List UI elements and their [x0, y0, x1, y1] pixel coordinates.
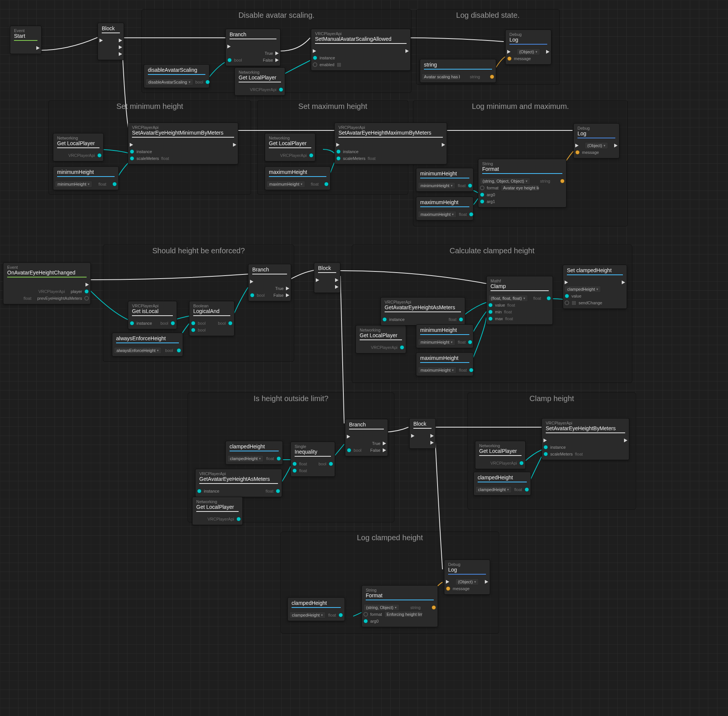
node-set-avatar-eye-height-maximum[interactable]: VRCPlayerApiSetAvatarEyeHeightMaximumByM…	[334, 122, 447, 164]
port-data-out[interactable]	[432, 605, 436, 610]
port-data-in[interactable]	[227, 58, 232, 62]
dropdown[interactable]: clampedHeight	[475, 486, 512, 493]
port-exec-in[interactable]	[130, 143, 133, 147]
node-set-avatar-eye-height-by-meters[interactable]: VRCPlayerApiSetAvatarEyeHeightByMeters i…	[542, 418, 629, 460]
node-var-maximum-height-1[interactable]: maximumHeight maximumHeightfloat	[265, 166, 331, 190]
port-data-in[interactable]	[130, 156, 134, 161]
port-data-out[interactable]	[276, 489, 280, 493]
port-data-in[interactable]	[336, 149, 341, 154]
node-var-clamped-height-2[interactable]: clampedHeight clampedHeightfloat	[473, 472, 531, 496]
port-exec-out[interactable]	[275, 51, 279, 55]
port-exec-out[interactable]	[275, 58, 279, 62]
port-data-out[interactable]	[279, 87, 283, 92]
port-data-in[interactable]	[363, 612, 368, 617]
port-data-in[interactable]	[543, 452, 548, 456]
port-data-in[interactable]	[363, 619, 368, 623]
node-var-maximum-height-2[interactable]: maximumHeight maximumHeightfloat	[416, 197, 473, 220]
port-data-in[interactable]	[336, 156, 341, 161]
port-data-out[interactable]	[236, 517, 241, 521]
port-data-out[interactable]	[97, 153, 102, 158]
dropdown[interactable]: clampedHeight	[227, 455, 264, 462]
port-exec-in[interactable]	[313, 49, 316, 53]
port-exec-out[interactable]	[119, 52, 122, 56]
dropdown[interactable]: disableAvatarScaling	[146, 79, 193, 85]
node-get-local-player-3[interactable]: NetworkingGet LocalPlayer VRCPlayerApi	[265, 133, 315, 161]
port-data-in[interactable]	[488, 310, 493, 314]
port-data-in[interactable]	[575, 150, 580, 155]
node-inequality[interactable]: SingleInequality floatbool float	[290, 442, 335, 477]
port-data-in[interactable]	[446, 586, 450, 591]
dropdown[interactable]: maximumHeight	[267, 181, 305, 188]
node-get-local-player-5[interactable]: NetworkingGet LocalPlayer VRCPlayerApi	[192, 497, 243, 525]
dropdown[interactable]: (string, Object, Object)	[480, 178, 530, 184]
input-field[interactable]: Enforcing height limit	[384, 611, 423, 618]
node-var-string-1[interactable]: string Avatar scaling has bestring	[420, 59, 496, 83]
port-data-in[interactable]	[488, 303, 493, 307]
port-exec-out[interactable]	[119, 45, 122, 49]
port-data-out[interactable]	[519, 461, 524, 465]
port-exec-out[interactable]	[624, 439, 627, 442]
port-data-out[interactable]	[205, 80, 210, 84]
port-data-out[interactable]	[490, 74, 494, 79]
node-var-minimum-height-2[interactable]: minimumHeight minimumHeightfloat	[416, 168, 473, 192]
dropdown[interactable]: (string, Object)	[363, 604, 399, 611]
port-data-in[interactable]	[480, 186, 484, 190]
port-data-in[interactable]	[382, 317, 387, 322]
port-data-out[interactable]	[525, 487, 529, 492]
port-data-in[interactable]	[292, 462, 297, 466]
dropdown[interactable]: maximumHeight	[418, 367, 456, 373]
node-branch-1[interactable]: Branch True boolFalse	[225, 29, 281, 66]
port-exec-in[interactable]	[575, 144, 579, 147]
port-data-in[interactable]	[130, 321, 134, 325]
node-var-disable-avatar-scaling[interactable]: disableAvatarScaling disableAvatarScalin…	[144, 64, 210, 88]
port-exec-out[interactable]	[405, 49, 409, 53]
port-data-out[interactable]	[468, 183, 472, 188]
port-data-in[interactable]	[480, 192, 484, 197]
node-branch-3[interactable]: Branch True boolFalse	[345, 419, 388, 456]
port-exec-out[interactable]	[119, 39, 122, 42]
port-data-out[interactable]	[171, 321, 175, 325]
port-data-out[interactable]	[84, 296, 89, 301]
dropdown[interactable]: clampedHeight	[289, 612, 326, 618]
node-log-1[interactable]: DebugLog (Object) message	[505, 29, 551, 65]
dropdown[interactable]: (Object)	[517, 48, 540, 55]
port-exec-in[interactable]	[411, 434, 414, 438]
node-var-maximum-height-3[interactable]: maximumHeight maximumHeightfloat	[416, 352, 473, 376]
node-string-format-2[interactable]: StringFormat (string, Object)string form…	[362, 585, 438, 627]
dropdown[interactable]: alwaysEnforceHeight	[114, 347, 161, 354]
port-data-out[interactable]	[84, 289, 89, 294]
port-exec-out[interactable]	[335, 285, 338, 289]
node-var-minimum-height-3[interactable]: minimumHeight minimumHeightfloat	[416, 324, 473, 348]
node-get-local-player-1[interactable]: NetworkingGet LocalPlayer VRCPlayerApi	[234, 67, 285, 96]
checkbox[interactable]	[571, 301, 576, 305]
port-data-in[interactable]	[313, 56, 317, 60]
node-set-manual-avatar-scaling[interactable]: VRCPlayerApiSetManualAvatarScalingAllowe…	[311, 29, 411, 71]
node-get-local-player-2[interactable]: NetworkingGet LocalPlayer VRCPlayerApi	[53, 133, 104, 161]
node-get-local-player-4[interactable]: NetworkingGet LocalPlayer VRCPlayerApi	[355, 325, 406, 353]
port-data-in[interactable]	[565, 301, 569, 305]
port-exec-out[interactable]	[614, 144, 618, 147]
port-data-in[interactable]	[347, 448, 351, 453]
port-data-out[interactable]	[324, 182, 329, 186]
node-block-2[interactable]: Block	[314, 262, 340, 293]
port-data-in[interactable]	[197, 489, 202, 493]
node-var-clamped-height-1[interactable]: clampedHeight clampedHeightfloat	[225, 441, 283, 465]
port-exec-out[interactable]	[430, 441, 434, 445]
port-data-out[interactable]	[228, 321, 233, 325]
port-exec-in[interactable]	[446, 580, 449, 584]
port-exec-out[interactable]	[36, 46, 40, 50]
port-data-in[interactable]	[565, 294, 569, 298]
node-logical-and[interactable]: BooleanLogicalAnd boolbool bool	[189, 301, 234, 336]
port-data-out[interactable]	[468, 340, 472, 344]
node-string-format-1[interactable]: StringFormat (string, Object, Object)str…	[478, 159, 567, 208]
port-data-out[interactable]	[276, 456, 281, 461]
node-var-always-enforce-height[interactable]: alwaysEnforceHeight alwaysEnforceHeightb…	[112, 333, 183, 356]
port-data-in[interactable]	[130, 149, 134, 154]
port-data-in[interactable]	[488, 316, 493, 321]
port-data-in[interactable]	[313, 62, 317, 67]
port-exec-out[interactable]	[485, 580, 488, 584]
port-exec-in[interactable]	[316, 278, 319, 282]
input-field[interactable]: Avatar scaling has be	[422, 73, 460, 80]
port-data-out[interactable]	[338, 613, 343, 617]
dropdown[interactable]: clampedHeight	[565, 286, 601, 293]
